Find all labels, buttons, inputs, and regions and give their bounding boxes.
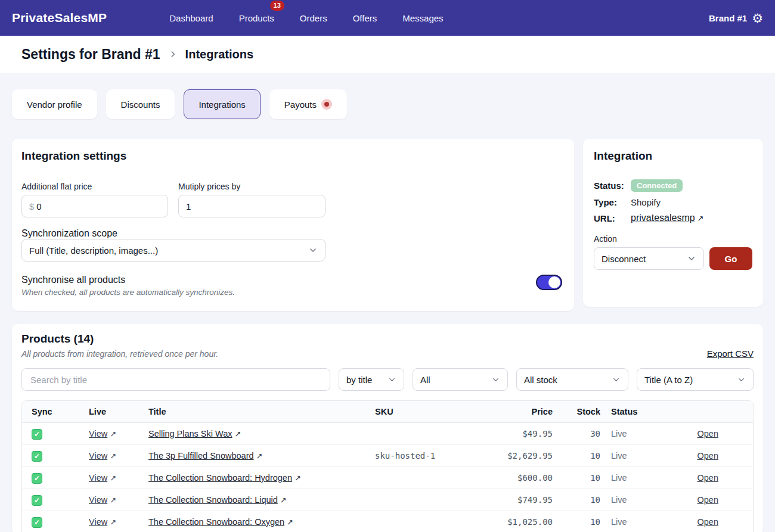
chevron-down-icon [308, 245, 318, 255]
multiply-input[interactable]: 1 [178, 195, 326, 217]
account-menu[interactable]: Brand #1 ⚙ [709, 12, 763, 24]
external-link-icon: ↗ [256, 452, 263, 461]
product-title-link[interactable]: The Collection Snowboard: Hydrogen↗ [148, 473, 301, 483]
open-link[interactable]: Open [698, 429, 718, 438]
status-cell: Live [600, 451, 660, 461]
products-title: Products (14) [21, 332, 754, 346]
check-icon: ✓ [34, 475, 40, 482]
nav-orders[interactable]: Orders [300, 13, 327, 23]
shop-url-link[interactable]: privatesalesmp ↗ [631, 213, 752, 223]
sync-checkbox[interactable]: ✓ [32, 495, 42, 506]
sync-filter-select[interactable]: All [413, 368, 508, 391]
table-row: ✓ View↗ The Collection Snowboard: Liquid… [22, 489, 753, 511]
currency-prefix: $ [29, 201, 34, 211]
account-name: Brand #1 [709, 13, 747, 23]
table-row: ✓ View↗ The Collection Snowboard: Hydrog… [22, 467, 753, 489]
tab-payouts-label: Payouts [284, 99, 317, 110]
payouts-notification-dot [321, 99, 332, 110]
view-link[interactable]: View↗ [89, 473, 116, 483]
tab-payouts[interactable]: Payouts [269, 89, 347, 119]
breadcrumb: Settings for Brand #1 Integrations [0, 36, 775, 73]
action-select[interactable]: Disconnect [594, 247, 704, 270]
sync-checkbox[interactable]: ✓ [32, 429, 42, 440]
price-cell: $2,629.95 [463, 451, 553, 461]
connected-badge: Connected [631, 179, 683, 192]
open-link[interactable]: Open [698, 495, 718, 505]
sync-filter-value: All [420, 375, 486, 385]
sync-all-label: Synchronise all products [21, 275, 536, 285]
multiply-label: Mutiply prices by [178, 182, 326, 191]
stock-filter-select[interactable]: All stock [516, 368, 628, 391]
status-label: Status: [594, 181, 631, 191]
integration-status-card: Integration Status: Connected Type: Shop… [583, 139, 763, 307]
open-link[interactable]: Open [698, 473, 718, 483]
url-label: URL: [594, 213, 631, 223]
price-cell: $600.00 [463, 473, 553, 483]
scope-label: Synchronization scope [21, 228, 117, 238]
sync-checkbox[interactable]: ✓ [32, 473, 42, 484]
table-row: ✓ View↗ The Collection Snowboard: Oxygen… [22, 511, 753, 532]
multiply-value: 1 [186, 201, 191, 211]
view-link[interactable]: View↗ [89, 495, 116, 505]
nav-messages[interactable]: Messages [402, 13, 443, 23]
open-link[interactable]: Open [698, 517, 718, 527]
product-title-link[interactable]: The Collection Snowboard: Oxygen↗ [148, 517, 293, 527]
tab-vendor-profile[interactable]: Vendor profile [12, 89, 97, 119]
scope-value: Full (Title, description, images...) [29, 245, 303, 256]
external-link-icon: ↗ [110, 474, 116, 483]
chevron-right-icon [169, 50, 177, 58]
table-row: ✓ View↗ Selling Plans Ski Wax↗ $49.95 30… [22, 423, 753, 445]
export-csv-link[interactable]: Export CSV [707, 349, 754, 359]
external-link-icon: ↗ [287, 518, 293, 527]
col-sync: Sync [32, 407, 89, 416]
products-subtitle: All products from integration, retrieved… [21, 349, 754, 359]
stock-filter-value: All stock [524, 375, 607, 385]
sync-all-toggle[interactable] [536, 275, 562, 290]
page-title: Settings for Brand #1 [21, 46, 160, 63]
nav-offers[interactable]: Offers [353, 13, 377, 23]
action-label: Action [594, 234, 752, 244]
search-input[interactable] [21, 368, 330, 391]
search-mode-select[interactable]: by title [339, 368, 404, 391]
product-title-link[interactable]: The 3p Fulfilled Snowboard↗ [148, 451, 262, 461]
sort-select[interactable]: Title (A to Z) [637, 368, 754, 391]
products-table: Sync Live Title SKU Price Stock Status ✓… [21, 400, 754, 532]
check-icon: ✓ [34, 431, 40, 438]
product-title-link[interactable]: The Collection Snowboard: Liquid↗ [148, 495, 287, 505]
sync-checkbox[interactable]: ✓ [32, 517, 42, 528]
col-live: Live [89, 407, 148, 416]
flat-price-label: Additional flat price [21, 182, 168, 191]
integration-settings-card: Integration settings Additional flat pri… [12, 139, 574, 311]
price-cell: $49.95 [463, 429, 553, 438]
open-link[interactable]: Open [698, 451, 718, 461]
type-label: Type: [594, 197, 631, 207]
stock-cell: 10 [553, 517, 600, 527]
settings-tabs: Vendor profile Discounts Integrations Pa… [12, 89, 763, 119]
action-value: Disconnect [602, 254, 682, 264]
tab-discounts[interactable]: Discounts [106, 89, 175, 119]
tab-integrations[interactable]: Integrations [184, 89, 260, 119]
flat-price-input[interactable]: $ 0 [21, 195, 168, 217]
brand-logo[interactable]: PrivateSalesMP [12, 11, 107, 25]
external-link-icon: ↗ [110, 452, 116, 461]
top-navbar: PrivateSalesMP Dashboard Products 13 Ord… [0, 0, 775, 36]
chevron-down-icon [388, 375, 396, 384]
col-stock: Stock [553, 407, 600, 416]
nav-dashboard[interactable]: Dashboard [169, 13, 213, 23]
gear-icon[interactable]: ⚙ [752, 12, 763, 24]
search-mode-value: by title [346, 375, 383, 385]
product-title-link[interactable]: Selling Plans Ski Wax↗ [148, 429, 241, 438]
status-cell: Live [600, 429, 660, 438]
stock-cell: 10 [553, 473, 600, 483]
view-link[interactable]: View↗ [89, 517, 116, 527]
go-button[interactable]: Go [709, 247, 752, 270]
scope-select[interactable]: Full (Title, description, images...) [21, 239, 326, 262]
nav-products[interactable]: Products 13 [239, 13, 274, 23]
col-status: Status [600, 407, 660, 416]
view-link[interactable]: View↗ [89, 429, 116, 438]
view-link[interactable]: View↗ [89, 451, 116, 461]
chevron-down-icon [491, 375, 500, 384]
status-cell: Live [600, 517, 660, 527]
sync-checkbox[interactable]: ✓ [32, 451, 42, 462]
external-link-icon: ↗ [235, 430, 241, 438]
